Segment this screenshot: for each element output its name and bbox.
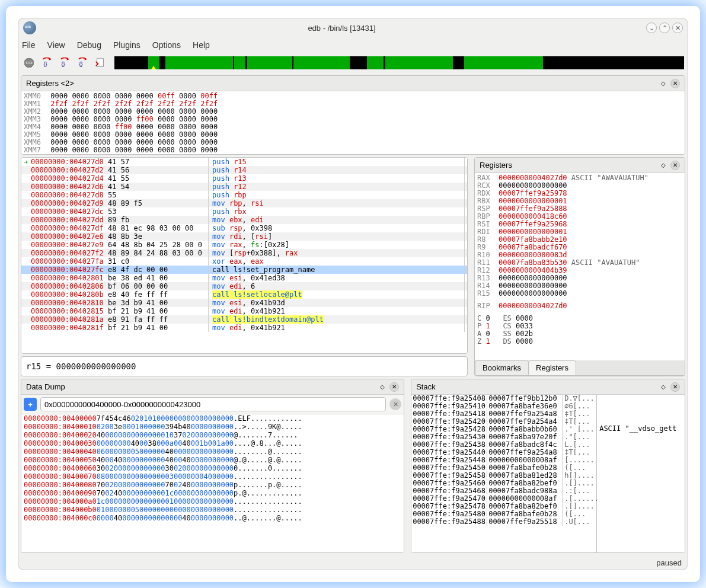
step-into-icon[interactable]: {} — [40, 56, 54, 70]
diamond-icon[interactable]: ◇ — [659, 79, 668, 88]
step-over-icon[interactable]: {} — [57, 56, 72, 70]
dump-address-input[interactable] — [40, 397, 386, 411]
svg-text:{}: {} — [79, 61, 83, 67]
data-dump-panel: Data Dump ◇ ✕ + ✕ 00000000:00400000 7f 4… — [21, 379, 404, 553]
menu-help[interactable]: Help — [193, 40, 210, 50]
disasm-row[interactable]: 00000000:004027df 48 81 ec 98 03 00 00su… — [21, 224, 467, 232]
maximize-button[interactable]: ⌃ — [659, 23, 670, 33]
dump-row[interactable]: 00000000:00400090 70 02 40 00 00 00 00 0… — [21, 489, 404, 497]
status-text: paused — [656, 558, 682, 567]
disasm-row[interactable]: ➔00000000:004027d0 41 57push r15 — [21, 158, 467, 166]
register-value-box: r15 = 0000000000000000 — [21, 356, 468, 376]
disasm-row[interactable]: 00000000:004027e6 48 8b 3emov rdi, [rsi] — [21, 232, 467, 241]
menu-debug[interactable]: Debug — [77, 40, 101, 50]
xmm-registers-panel: Registers <2> ◇ ✕ XMM0 0000 0000 0000 00… — [21, 75, 685, 155]
disasm-row[interactable]: 00000000:004027dd 89 fbmov ebx, edi — [21, 216, 467, 224]
tab-registers[interactable]: Registers — [528, 360, 576, 375]
window-title: edb - /bin/ls [13431] — [40, 24, 644, 33]
dump-row[interactable]: 00000000:00400040 06 00 00 00 05 00 00 0… — [21, 448, 404, 456]
titlebar: edb - /bin/ls [13431] ⌄ ⌃ ✕ — [18, 18, 688, 37]
dump-row[interactable]: 00000000:00400000 7f 45 4c 46 02 01 01 0… — [21, 414, 404, 423]
disasm-row[interactable]: 00000000:004027f2 48 89 84 24 88 03 00 0… — [21, 249, 467, 257]
close-panel-icon[interactable]: ✕ — [670, 79, 680, 88]
tab-bookmarks[interactable]: Bookmarks — [475, 360, 529, 375]
main-window: edb - /bin/ls [13431] ⌄ ⌃ ✕ File View De… — [18, 18, 688, 570]
disasm-row[interactable]: 00000000:004027d4 41 55push r13 — [21, 174, 467, 183]
xmm-panel-title: Registers <2> — [26, 79, 656, 88]
status-bar: paused — [18, 555, 688, 570]
register-row[interactable]: R150000000000000000 — [477, 290, 682, 298]
step-out-icon[interactable]: {} — [75, 56, 90, 70]
dump-row[interactable]: 00000000:00400060 30 02 00 00 00 00 00 0… — [21, 464, 404, 472]
memory-map-bar[interactable] — [114, 56, 684, 69]
disasm-row[interactable]: 00000000:0040281a e8 91 fa ff ffcall ls!… — [21, 315, 467, 324]
stack-row[interactable]: 00007ffe:f9a2548800007ffef9a25518.U[... — [411, 518, 596, 526]
disassembly-panel: ➔00000000:004027d0 41 57push r1500000000… — [21, 157, 468, 354]
toolbar: STOP {} {} {} — [18, 53, 688, 73]
svg-text:{}: {} — [62, 61, 65, 67]
minimize-button[interactable]: ⌄ — [646, 23, 657, 33]
close-panel-icon[interactable]: ✕ — [670, 161, 680, 170]
disasm-row[interactable]: 00000000:0040280b e8 40 fe ff ffcall ls!… — [21, 290, 467, 299]
stack-panel-title: Stack — [416, 382, 656, 391]
disasm-row[interactable]: 00000000:004027d9 48 89 f5mov rbp, rsi — [21, 199, 467, 207]
stack-annotation: ASCII "__vdso_gett — [597, 395, 685, 552]
disasm-row[interactable]: 00000000:004027fc e8 4f dc 00 00call ls!… — [21, 266, 467, 274]
disasm-row[interactable]: 00000000:004027e9 64 48 8b 04 25 28 00 0… — [21, 241, 467, 249]
disasm-row[interactable]: 00000000:004027fa 31 c0xor eax, eax — [21, 257, 467, 266]
add-dump-button[interactable]: + — [24, 398, 37, 411]
close-panel-icon[interactable]: ✕ — [389, 382, 399, 392]
dump-row[interactable]: 00000000:00400010 02 00 3e 00 01 00 00 0… — [21, 423, 404, 431]
run-to-cursor-icon[interactable] — [93, 56, 107, 70]
disasm-row[interactable]: 00000000:00402806 bf 06 00 00 00mov edi,… — [21, 282, 467, 290]
dump-panel-title: Data Dump — [26, 382, 375, 391]
close-panel-icon[interactable]: ✕ — [670, 382, 680, 392]
dump-row[interactable]: 00000000:00400050 40 00 40 00 00 00 00 0… — [21, 456, 404, 464]
app-icon — [23, 21, 36, 34]
menubar: File View Debug Plugins Options Help — [18, 37, 688, 53]
dump-row[interactable]: 00000000:004000b0 01 00 00 00 05 00 00 0… — [21, 506, 404, 514]
registers-tabs: Bookmarks Registers — [475, 360, 685, 376]
clear-address-icon[interactable]: ✕ — [389, 398, 401, 410]
stack-panel: Stack ◇ ✕ 00007ffe:f9a2540800007ffef9bb1… — [411, 379, 685, 553]
disasm-row[interactable]: 00000000:004027d6 41 54push r12 — [21, 183, 467, 191]
dump-row[interactable]: 00000000:00400020 40 00 00 00 00 00 00 0… — [21, 431, 404, 439]
disasm-row[interactable]: 00000000:00402815 bf 21 b9 41 00mov edi,… — [21, 307, 467, 315]
disasm-row[interactable]: 00000000:004027d8 55push rbp — [21, 191, 467, 199]
disasm-row[interactable]: 00000000:004027dc 53push rbx — [21, 207, 467, 216]
menu-options[interactable]: Options — [152, 40, 181, 50]
diamond-icon[interactable]: ◇ — [378, 382, 387, 392]
disasm-row[interactable]: 00000000:00402801 be 38 ed 41 00mov esi,… — [21, 274, 467, 282]
close-button[interactable]: ✕ — [672, 23, 683, 33]
dump-row[interactable]: 00000000:004000a0 1c 00 00 00 00 00 00 0… — [21, 497, 404, 506]
disasm-row[interactable]: 00000000:0040281f bf 21 b9 41 00mov edi,… — [21, 324, 467, 332]
disasm-row[interactable]: 00000000:00402810 be 3d b9 41 00mov esi,… — [21, 299, 467, 307]
xmm-row: XMM7 0000 0000 0000 0000 0000 0000 0000 … — [24, 146, 682, 154]
menu-view[interactable]: View — [47, 40, 65, 50]
dump-row[interactable]: 00000000:00400080 70 02 00 00 00 00 00 0… — [21, 481, 404, 489]
stop-icon[interactable]: STOP — [22, 56, 36, 70]
registers-panel: Registers ◇ ✕ RAX00000000004027d0 ASCII … — [474, 157, 685, 376]
dump-row[interactable]: 00000000:00400070 08 00 00 00 00 00 00 0… — [21, 472, 404, 481]
disasm-row[interactable]: 00000000:004027d2 41 56push r14 — [21, 166, 467, 174]
diamond-icon[interactable]: ◇ — [659, 382, 668, 392]
svg-rect-5 — [97, 59, 104, 67]
menu-file[interactable]: File — [22, 40, 36, 50]
svg-text:STOP: STOP — [26, 62, 33, 65]
diamond-icon[interactable]: ◇ — [659, 161, 668, 170]
dump-row[interactable]: 00000000:004000c0 00 00 40 00 00 00 00 0… — [21, 514, 404, 522]
svg-text:{}: {} — [44, 61, 47, 67]
menu-plugins[interactable]: Plugins — [113, 40, 140, 50]
dump-row[interactable]: 00000000:00400030 00 00 00 00 40 00 38 0… — [21, 439, 404, 448]
registers-panel-title: Registers — [480, 161, 656, 170]
